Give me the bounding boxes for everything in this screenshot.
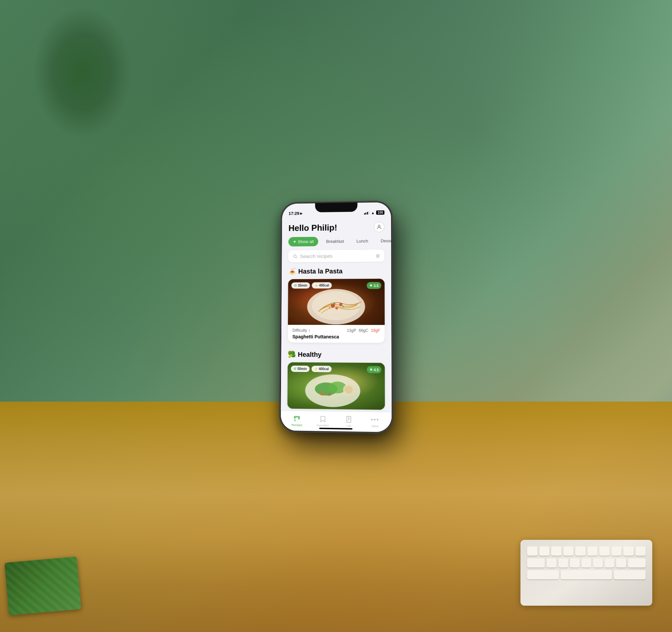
recipe-info-pasta: Difficulty ⫶ 13gP 66gC 19gF Spaghetti Pu… bbox=[288, 325, 385, 343]
recipes-nav-icon bbox=[293, 415, 301, 423]
pasta-emoji: 🍝 bbox=[288, 268, 296, 276]
fire-icon: ⚡ bbox=[315, 284, 318, 287]
plant-decoration bbox=[33, 6, 132, 138]
signal-bar-1 bbox=[364, 213, 365, 214]
calories-badge: ⚡ 495cal bbox=[312, 282, 332, 288]
signal-bars bbox=[364, 211, 369, 214]
section-healthy-title: 🥦 Healthy bbox=[288, 351, 385, 359]
app-content[interactable]: Hello Philip! ✦ Show all bbox=[281, 217, 392, 412]
fat-value: 19gF bbox=[371, 328, 380, 333]
section-pasta-title: 🍝 Hasta la Pasta bbox=[288, 267, 385, 276]
star-icon: ★ bbox=[369, 283, 373, 288]
book-prop bbox=[4, 557, 81, 615]
svg-point-0 bbox=[378, 225, 380, 227]
clock2-icon: ⏱ bbox=[293, 367, 296, 370]
svg-point-7 bbox=[333, 303, 335, 305]
svg-rect-20 bbox=[294, 419, 296, 421]
macro-row: Difficulty ⫶ 13gP 66gC 19gF bbox=[292, 328, 380, 333]
svg-point-5 bbox=[339, 303, 342, 306]
tab-show-all[interactable]: ✦ Show all bbox=[288, 237, 318, 246]
recipe-name-pasta: Spaghetti Puttanesca bbox=[292, 334, 380, 340]
recipe-image-pasta: ⏱ 35min ⚡ 495cal ★ 3.5 bbox=[288, 279, 385, 325]
nav-recipes-label: Recipes bbox=[291, 423, 303, 427]
healthy-emoji: 🥦 bbox=[288, 351, 296, 358]
keyboard-prop bbox=[521, 540, 652, 606]
section-healthy: 🥦 Healthy bbox=[281, 350, 392, 412]
difficulty-bars-icon: ⫶ bbox=[308, 328, 310, 333]
tab-breakfast[interactable]: Breakfast bbox=[321, 236, 349, 246]
search-bar[interactable]: Search recipes ⊞ bbox=[288, 250, 384, 262]
signal-bar-2 bbox=[365, 213, 366, 214]
svg-point-9 bbox=[329, 307, 330, 308]
svg-rect-18 bbox=[296, 416, 298, 418]
phone-screen: 17:29 ▶ ▲ 100 Hell bbox=[281, 202, 392, 432]
tab-lunch[interactable]: Lunch bbox=[352, 236, 373, 246]
app-header: Hello Philip! bbox=[282, 217, 391, 237]
greeting-title: Hello Philip! bbox=[289, 223, 337, 233]
svg-point-8 bbox=[342, 305, 344, 307]
status-time: 17:29 ▶ bbox=[289, 211, 303, 216]
recipe-card-pasta[interactable]: ⏱ 35min ⚡ 495cal ★ 3.5 bbox=[288, 279, 385, 343]
svg-point-6 bbox=[335, 307, 338, 310]
more-nav-icon: ••• bbox=[371, 416, 379, 423]
time-badge: ⏱ 35min bbox=[291, 282, 310, 289]
svg-rect-17 bbox=[294, 416, 296, 419]
tab-dessert[interactable]: Dessert bbox=[376, 236, 392, 246]
filter-tabs: ✦ Show all Breakfast Lunch Dessert Dinne… bbox=[282, 236, 391, 251]
fire2-icon: ⚡ bbox=[314, 368, 318, 371]
healthy-cal-badge: ⚡ 400cal bbox=[312, 366, 332, 372]
nav-list-label: List bbox=[346, 424, 351, 427]
nav-more[interactable]: ••• More bbox=[366, 416, 384, 428]
wifi-icon: ▲ bbox=[371, 211, 375, 214]
recipe-image-healthy: ⏱ 50min ⚡ 400cal ★ 4.5 bbox=[287, 362, 385, 410]
clock-icon: ⏱ bbox=[294, 284, 297, 287]
location-icon: ▶ bbox=[300, 212, 303, 215]
phone-shell: 17:29 ▶ ▲ 100 Hell bbox=[280, 201, 393, 433]
nav-favorites[interactable]: Favorites bbox=[314, 415, 332, 427]
macros-display: 13gP 66gC 19gF bbox=[347, 328, 380, 333]
profile-button[interactable] bbox=[374, 222, 384, 232]
signal-bar-4 bbox=[368, 211, 369, 214]
healthy-time-badge: ⏱ 50min bbox=[291, 366, 310, 372]
recipe-badges: ⏱ 35min ⚡ 495cal bbox=[291, 282, 331, 288]
phone-device: 17:29 ▶ ▲ 100 Hell bbox=[280, 201, 393, 433]
carbs-value: 66gC bbox=[359, 328, 368, 333]
difficulty-label: Difficulty ⫶ bbox=[292, 328, 311, 333]
battery-icon: 100 bbox=[376, 210, 384, 214]
svg-rect-19 bbox=[298, 416, 300, 419]
search-placeholder: Search recipes bbox=[300, 253, 374, 259]
star2-icon: ★ bbox=[369, 368, 373, 372]
healthy-badges: ⏱ 50min ⚡ 400cal bbox=[291, 366, 331, 372]
nav-favorites-label: Favorites bbox=[317, 424, 329, 427]
list-nav-icon bbox=[345, 416, 353, 423]
nav-more-label: More bbox=[371, 424, 379, 428]
section-pasta: 🍝 Hasta la Pasta bbox=[281, 267, 392, 351]
protein-value: 13gP bbox=[347, 328, 356, 333]
rating-badge: ★ 3.5 bbox=[367, 282, 381, 289]
signal-bar-3 bbox=[367, 212, 368, 214]
nav-list[interactable]: List bbox=[340, 416, 358, 428]
nav-recipes[interactable]: Recipes bbox=[288, 415, 306, 427]
recipe-card-healthy[interactable]: ⏱ 50min ⚡ 400cal ★ 4.5 bbox=[287, 362, 385, 410]
svg-rect-21 bbox=[347, 416, 351, 423]
healthy-rating-badge: ★ 4.5 bbox=[367, 366, 381, 373]
search-icon bbox=[293, 254, 297, 259]
status-icons: ▲ 100 bbox=[364, 210, 384, 215]
filter-icon[interactable]: ⊞ bbox=[376, 253, 380, 258]
phone-notch bbox=[315, 203, 357, 212]
favorites-nav-icon bbox=[319, 415, 327, 423]
svg-point-1 bbox=[293, 255, 296, 257]
show-all-icon: ✦ bbox=[293, 239, 296, 244]
